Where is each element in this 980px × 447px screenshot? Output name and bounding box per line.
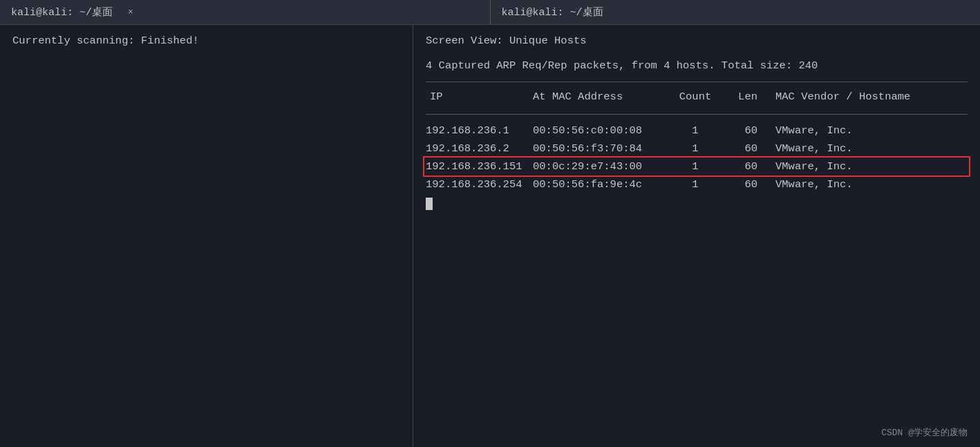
cursor-block xyxy=(426,198,433,210)
cell-mac: 00:0c:29:e7:43:00 xyxy=(533,160,668,173)
right-pane: Screen View: Unique Hosts 4 Captured ARP… xyxy=(413,25,980,447)
title-bar: kali@kali: ~/桌面 × kali@kali: ~/桌面 xyxy=(0,0,980,25)
header-vendor: MAC Vendor / Hostname xyxy=(764,91,968,103)
right-title-text: kali@kali: ~/桌面 xyxy=(502,6,603,19)
cell-len: 60 xyxy=(723,124,764,137)
table-header: IP At MAC Address Count Len MAC Vendor /… xyxy=(426,91,968,107)
header-ip: IP xyxy=(426,91,533,103)
cell-count: 1 xyxy=(668,142,723,155)
cell-len: 60 xyxy=(723,142,764,155)
scanning-status: Currently scanning: Finished! xyxy=(12,35,400,47)
table-row[interactable]: 192.168.236.1 00:50:56:c0:00:08 1 60 VMw… xyxy=(426,123,968,138)
cell-vendor: VMware, Inc. xyxy=(764,142,968,155)
title-right: kali@kali: ~/桌面 xyxy=(491,6,981,19)
status-text: Currently scanning: Finished! xyxy=(12,35,199,47)
screen-view-text: Screen View: Unique Hosts xyxy=(426,35,587,47)
title-left: kali@kali: ~/桌面 × xyxy=(0,6,490,19)
left-pane: Currently scanning: Finished! xyxy=(0,25,413,447)
top-divider xyxy=(426,82,968,82)
cell-ip: 192.168.236.1 xyxy=(426,124,533,137)
watermark: CSDN @学安全的废物 xyxy=(881,426,968,439)
cell-vendor: VMware, Inc. xyxy=(764,160,968,173)
left-title-text: kali@kali: ~/桌面 xyxy=(11,6,113,19)
table-row[interactable]: 192.168.236.151 00:0c:29:e7:43:00 1 60 V… xyxy=(426,159,968,174)
cell-count: 1 xyxy=(668,160,723,173)
screen-view-status: Screen View: Unique Hosts xyxy=(426,35,968,47)
cell-ip: 192.168.236.254 xyxy=(426,178,533,191)
cell-vendor: VMware, Inc. xyxy=(764,124,968,137)
header-mac: At MAC Address xyxy=(533,91,668,103)
cell-vendor: VMware, Inc. xyxy=(764,178,968,191)
cell-mac: 00:50:56:f3:70:84 xyxy=(533,142,668,155)
header-count: Count xyxy=(668,91,723,103)
cell-mac: 00:50:56:c0:00:08 xyxy=(533,124,668,137)
summary-line: 4 Captured ARP Req/Rep packets, from 4 h… xyxy=(426,59,968,72)
table-divider xyxy=(426,114,968,115)
cell-mac: 00:50:56:fa:9e:4c xyxy=(533,178,668,191)
terminal-content: Currently scanning: Finished! Screen Vie… xyxy=(0,25,980,447)
header-len: Len xyxy=(723,91,764,103)
table-body: 192.168.236.1 00:50:56:c0:00:08 1 60 VMw… xyxy=(426,123,968,211)
cell-ip: 192.168.236.151 xyxy=(426,160,533,173)
tab-close-button[interactable]: × xyxy=(128,7,133,17)
cell-len: 60 xyxy=(723,178,764,191)
cell-count: 1 xyxy=(668,178,723,191)
cursor-row xyxy=(426,195,968,211)
cell-count: 1 xyxy=(668,124,723,137)
table-row[interactable]: 192.168.236.2 00:50:56:f3:70:84 1 60 VMw… xyxy=(426,141,968,156)
table-row[interactable]: 192.168.236.254 00:50:56:fa:9e:4c 1 60 V… xyxy=(426,177,968,192)
terminal-wrapper: kali@kali: ~/桌面 × kali@kali: ~/桌面 Curren… xyxy=(0,0,980,447)
cell-ip: 192.168.236.2 xyxy=(426,142,533,155)
cell-len: 60 xyxy=(723,160,764,173)
